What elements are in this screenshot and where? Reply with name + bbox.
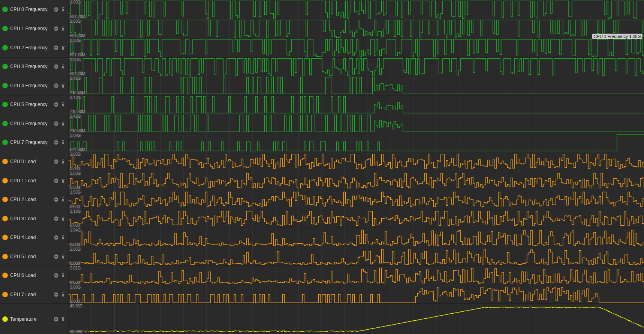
color-dot-icon bbox=[2, 83, 8, 88]
color-dot-icon bbox=[2, 197, 8, 202]
trash-icon[interactable] bbox=[60, 235, 66, 240]
trash-icon[interactable] bbox=[60, 254, 66, 259]
chart-cpu5load[interactable]: 2.06G 0.000 bbox=[69, 247, 644, 266]
trash-icon[interactable] bbox=[60, 178, 66, 183]
row-cpu5freq: CPU 5 Frequency 2.42G 710.40M bbox=[0, 95, 644, 114]
color-dot-icon bbox=[2, 121, 8, 126]
trash-icon[interactable] bbox=[60, 83, 66, 88]
row-actions bbox=[53, 273, 66, 278]
metric-label: CPU 7 Load bbox=[10, 292, 51, 297]
metric-label: CPU 7 Frequency bbox=[10, 140, 51, 145]
metric-label: CPU 6 Load bbox=[10, 273, 51, 278]
gear-icon[interactable] bbox=[53, 316, 59, 322]
row-label-cpu2load: CPU 2 Load bbox=[0, 190, 69, 209]
row-actions bbox=[53, 121, 66, 126]
trash-icon[interactable] bbox=[60, 316, 66, 322]
row-actions bbox=[53, 140, 66, 145]
chart-cpu7freq[interactable]: 3.09G 844.80M bbox=[69, 133, 644, 152]
chart-cpu6load[interactable]: 2.01G 0.000 bbox=[69, 266, 644, 285]
gear-icon[interactable] bbox=[53, 178, 59, 183]
color-dot-icon bbox=[2, 159, 8, 164]
color-dot-icon bbox=[2, 102, 8, 107]
row-label-cpu5load: CPU 5 Load bbox=[0, 247, 69, 266]
chart-cpu2freq[interactable]: 1.80G 691.20M bbox=[69, 38, 644, 57]
metric-label: CPU 3 Frequency bbox=[10, 64, 51, 69]
trash-icon[interactable] bbox=[60, 159, 66, 164]
row-actions bbox=[53, 102, 66, 107]
chart-cpu1load[interactable]: 1.80G 0.000 bbox=[69, 171, 644, 190]
gear-icon[interactable] bbox=[53, 254, 59, 259]
trash-icon[interactable] bbox=[60, 102, 66, 107]
row-label-cpu4load: CPU 4 Load bbox=[0, 228, 69, 247]
row-actions bbox=[53, 45, 66, 50]
trash-icon[interactable] bbox=[60, 45, 66, 50]
metric-label: CPU 1 Load bbox=[10, 178, 51, 183]
row-cpu5load: CPU 5 Load 2.06G 0.000 bbox=[0, 247, 644, 266]
trash-icon[interactable] bbox=[60, 216, 66, 221]
chart-cpu0freq[interactable]: 1.80G 691.20M bbox=[69, 0, 644, 19]
row-actions bbox=[53, 216, 66, 221]
trash-icon[interactable] bbox=[60, 197, 66, 202]
chart-cpu3load[interactable]: 1.19G 0.000 bbox=[69, 209, 644, 228]
gear-icon[interactable] bbox=[53, 235, 59, 240]
chart-cpu3freq[interactable]: 1.80G 691.20M bbox=[69, 57, 644, 76]
trash-icon[interactable] bbox=[60, 292, 66, 297]
chart-cpu7load[interactable]: 3.09G 0.000 bbox=[69, 285, 644, 304]
chart-cpu0load[interactable]: 1.80G 0.000 bbox=[69, 152, 644, 171]
chart-cpu2load[interactable]: 1.53G 0.000 bbox=[69, 190, 644, 209]
row-label-cpu1freq: CPU 1 Frequency bbox=[0, 19, 69, 38]
trash-icon[interactable] bbox=[60, 26, 66, 31]
row-label-cpu0freq: CPU 0 Frequency bbox=[0, 0, 69, 19]
chart-temp[interactable]: 49.367 38.083 bbox=[69, 304, 644, 334]
gear-icon[interactable] bbox=[53, 26, 59, 31]
color-dot-icon bbox=[2, 64, 8, 69]
gear-icon[interactable] bbox=[53, 159, 59, 164]
gear-icon[interactable] bbox=[53, 7, 59, 12]
metric-label: CPU 0 Load bbox=[10, 159, 51, 164]
row-cpu0freq: CPU 0 Frequency 1.80G 691.20M bbox=[0, 0, 644, 19]
row-temp: Temperature 49.367 38.083 bbox=[0, 303, 644, 334]
trash-icon[interactable] bbox=[60, 7, 66, 12]
gear-icon[interactable] bbox=[53, 140, 59, 145]
gear-icon[interactable] bbox=[53, 64, 59, 69]
metric-label: CPU 4 Frequency bbox=[10, 83, 51, 88]
row-label-cpu6freq: CPU 6 Frequency bbox=[0, 114, 69, 133]
trash-icon[interactable] bbox=[60, 273, 66, 278]
row-cpu4freq: CPU 4 Frequency 2.42G 710.40M bbox=[0, 76, 644, 95]
color-dot-icon bbox=[2, 7, 8, 12]
color-dot-icon bbox=[2, 45, 8, 50]
metric-label: CPU 5 Load bbox=[10, 254, 51, 259]
gear-icon[interactable] bbox=[53, 197, 59, 202]
row-label-cpu4freq: CPU 4 Frequency bbox=[0, 76, 69, 95]
chart-cpu4freq[interactable]: 2.42G 710.40M bbox=[69, 76, 644, 95]
trash-icon[interactable] bbox=[60, 121, 66, 126]
color-dot-icon bbox=[2, 316, 8, 322]
row-label-cpu0load: CPU 0 Load bbox=[0, 152, 69, 171]
metric-label: CPU 2 Frequency bbox=[10, 45, 51, 50]
gear-icon[interactable] bbox=[53, 83, 59, 88]
row-actions bbox=[53, 64, 66, 69]
chart-cpu6freq[interactable]: 2.42G 710.40M bbox=[69, 114, 644, 133]
gear-icon[interactable] bbox=[53, 216, 59, 221]
gear-icon[interactable] bbox=[53, 121, 59, 126]
row-cpu3load: CPU 3 Load 1.19G 0.000 bbox=[0, 209, 644, 228]
row-label-cpu7freq: CPU 7 Frequency bbox=[0, 133, 69, 152]
metric-label: CPU 0 Frequency bbox=[10, 7, 51, 12]
gear-icon[interactable] bbox=[53, 273, 59, 278]
gear-icon[interactable] bbox=[53, 45, 59, 50]
row-cpu1freq: CPU 1 Frequency 1.80G 691.20M bbox=[0, 19, 644, 38]
chart-cpu1freq[interactable]: 1.80G 691.20M bbox=[69, 19, 644, 38]
row-label-cpu1load: CPU 1 Load bbox=[0, 171, 69, 190]
color-dot-icon bbox=[2, 178, 8, 183]
metric-label: CPU 4 Load bbox=[10, 235, 51, 240]
gear-icon[interactable] bbox=[53, 102, 59, 107]
trash-icon[interactable] bbox=[60, 140, 66, 145]
color-dot-icon bbox=[2, 235, 8, 240]
metric-label: CPU 1 Frequency bbox=[10, 26, 51, 31]
color-dot-icon bbox=[2, 254, 8, 259]
trash-icon[interactable] bbox=[60, 64, 66, 69]
row-label-cpu5freq: CPU 5 Frequency bbox=[0, 95, 69, 114]
gear-icon[interactable] bbox=[53, 292, 59, 297]
chart-cpu4load[interactable]: 1.94G 0.000 bbox=[69, 228, 644, 247]
chart-cpu5freq[interactable]: 2.42G 710.40M bbox=[69, 95, 644, 114]
